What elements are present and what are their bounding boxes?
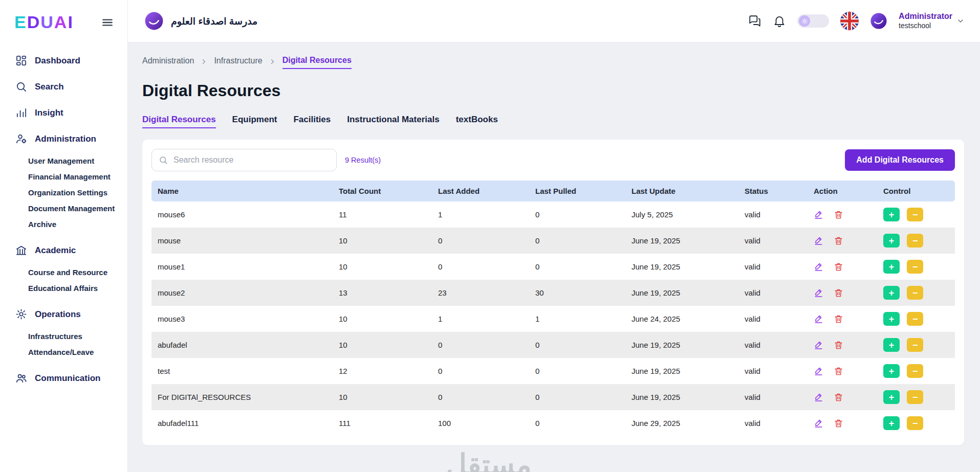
operations-submenu: Infrastructures Attendance/Leave	[0, 327, 127, 365]
delete-button[interactable]	[834, 210, 843, 219]
hamburger-menu-icon[interactable]	[101, 16, 114, 29]
search-icon	[15, 81, 27, 93]
school-logo	[144, 11, 164, 31]
edit-button[interactable]	[814, 392, 823, 402]
tab-equipment[interactable]: Equipment	[232, 115, 277, 128]
sidebar-item-dashboard[interactable]: Dashboard	[0, 48, 127, 74]
decrement-button[interactable]: −	[907, 312, 923, 326]
tab-facilities[interactable]: Facilities	[293, 115, 331, 128]
decrement-button[interactable]: −	[907, 390, 923, 404]
cell-action	[808, 228, 877, 254]
increment-button[interactable]: +	[883, 260, 900, 274]
decrement-button[interactable]: −	[907, 234, 923, 248]
cell-total-count: 10	[333, 384, 432, 410]
sidebar-item-operations[interactable]: Operations	[0, 301, 127, 327]
delete-button[interactable]	[834, 314, 843, 324]
language-flag-uk[interactable]	[840, 12, 859, 30]
increment-button[interactable]: +	[883, 286, 900, 300]
delete-button[interactable]	[834, 262, 843, 272]
decrement-button[interactable]: −	[907, 208, 923, 221]
edit-button[interactable]	[814, 340, 823, 350]
cell-last-pulled: 0	[529, 228, 625, 254]
cell-last-added: 0	[432, 358, 529, 384]
chat-icon[interactable]	[748, 14, 761, 28]
sidebar-item-label: Communication	[35, 373, 100, 384]
cell-action	[808, 410, 877, 436]
tab-digital-resources[interactable]: Digital Resources	[142, 115, 216, 128]
logo-letter: U	[40, 12, 54, 32]
edit-button[interactable]	[814, 288, 823, 298]
edit-button[interactable]	[814, 210, 823, 219]
cell-control: + −	[877, 201, 955, 228]
user-menu[interactable]: Administrator testschool	[899, 11, 965, 31]
breadcrumb-digital-resources[interactable]: Digital Resources	[282, 56, 352, 69]
sidebar-subitem-document-management[interactable]: Document Management	[28, 200, 127, 216]
cell-name: For DIGITAl_RESOURCES	[151, 384, 333, 410]
edit-button[interactable]	[814, 262, 823, 272]
trash-icon	[834, 262, 843, 272]
sidebar-item-label: Operations	[35, 309, 81, 320]
sidebar-subitem-infrastructures[interactable]: Infrastructures	[28, 328, 127, 344]
sidebar-item-label: Search	[35, 82, 64, 92]
cell-status: valid	[738, 332, 808, 358]
table-row: mouse1 10 0 0 June 19, 2025 valid + −	[151, 254, 955, 280]
sidebar-item-communication[interactable]: Communication	[0, 365, 127, 391]
delete-button[interactable]	[834, 418, 843, 428]
decrement-button[interactable]: −	[907, 364, 923, 378]
pencil-icon	[814, 340, 823, 350]
theme-toggle[interactable]	[797, 14, 829, 28]
delete-button[interactable]	[834, 236, 843, 245]
sidebar-item-administration[interactable]: Administration	[0, 126, 127, 152]
table-row: mouse2 13 23 30 June 19, 2025 valid + −	[151, 280, 955, 306]
chevron-right-icon	[269, 58, 276, 68]
delete-button[interactable]	[834, 366, 843, 376]
table-row: test 12 0 0 June 19, 2025 valid + −	[151, 358, 955, 384]
increment-button[interactable]: +	[883, 338, 900, 352]
edit-button[interactable]	[814, 418, 823, 428]
decrement-button[interactable]: −	[907, 338, 923, 352]
increment-button[interactable]: +	[883, 208, 900, 221]
sidebar-subitem-organization-settings[interactable]: Organization Settings	[28, 185, 127, 200]
search-resource-input[interactable]	[151, 149, 337, 171]
breadcrumb-infrastructure[interactable]: Infrastructure	[214, 56, 262, 69]
delete-button[interactable]	[834, 392, 843, 402]
decrement-button[interactable]: −	[907, 416, 923, 430]
school-name: مدرسة اصدقاء العلوم	[171, 15, 257, 27]
increment-button[interactable]: +	[883, 390, 900, 404]
sidebar-subitem-attendance-leave[interactable]: Attendance/Leave	[28, 344, 127, 360]
increment-button[interactable]: +	[883, 416, 900, 430]
tab-instructional-materials[interactable]: Instructional Materials	[347, 115, 439, 128]
edit-button[interactable]	[814, 314, 823, 324]
sidebar-item-insight[interactable]: Insight	[0, 100, 127, 126]
sidebar-item-academic[interactable]: Academic	[0, 237, 127, 263]
edit-button[interactable]	[814, 236, 823, 245]
cell-control: + −	[877, 306, 955, 332]
user-avatar[interactable]	[870, 12, 887, 30]
delete-button[interactable]	[834, 340, 843, 350]
bell-icon[interactable]	[773, 14, 786, 28]
increment-button[interactable]: +	[883, 234, 900, 248]
insight-icon	[15, 107, 27, 119]
sidebar-subitem-financial-management[interactable]: Financial Management	[28, 169, 127, 185]
sidebar-subitem-course-and-resource[interactable]: Course and Resource	[28, 264, 127, 280]
decrement-button[interactable]: −	[907, 260, 923, 274]
cell-name: mouse	[151, 228, 333, 254]
increment-button[interactable]: +	[883, 312, 900, 326]
cell-total-count: 12	[333, 358, 432, 384]
sidebar-subitem-archive[interactable]: Archive	[28, 216, 127, 232]
sidebar-nav: Dashboard Search Insight Administration …	[0, 41, 127, 391]
cell-last-update: June 19, 2025	[625, 332, 738, 358]
column-header-control: Control	[877, 181, 955, 201]
sidebar-subitem-user-management[interactable]: User Management	[28, 153, 127, 169]
increment-button[interactable]: +	[883, 364, 900, 378]
breadcrumb-administration[interactable]: Administration	[142, 56, 194, 69]
delete-button[interactable]	[834, 288, 843, 298]
add-digital-resources-button[interactable]: Add Digital Resources	[845, 149, 955, 171]
tab-textbooks[interactable]: textBooks	[456, 115, 498, 128]
sidebar-item-search[interactable]: Search	[0, 74, 127, 100]
sidebar-subitem-educational-affairs[interactable]: Educational Affairs	[28, 280, 127, 296]
edit-button[interactable]	[814, 366, 823, 376]
decrement-button[interactable]: −	[907, 286, 923, 300]
column-header-last-added: Last Added	[432, 181, 529, 201]
cell-last-added: 1	[432, 201, 529, 228]
